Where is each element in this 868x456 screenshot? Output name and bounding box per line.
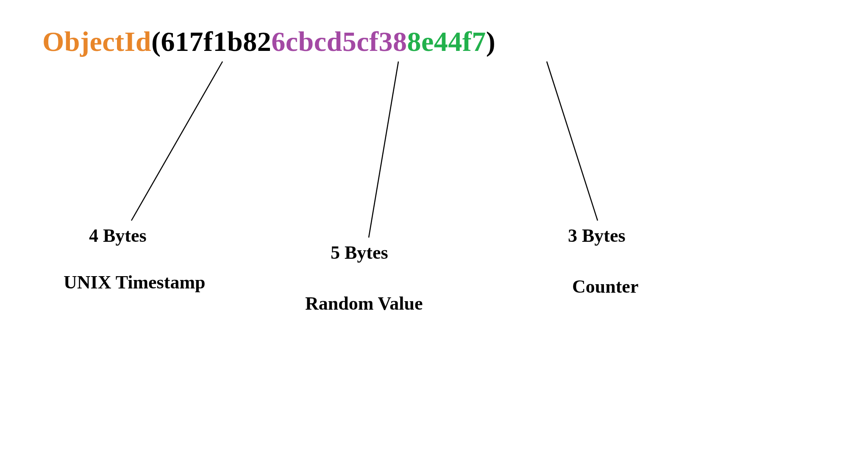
connector-counter	[547, 62, 598, 221]
objectid-string: ObjectId(617f1b826cbcd5cf388e44f7)	[42, 25, 495, 58]
timestamp-desc-label: UNIX Timestamp	[64, 271, 206, 293]
counter-bytes-label: 3 Bytes	[568, 225, 626, 246]
paren-open: (	[151, 26, 161, 57]
connector-random	[369, 62, 398, 238]
counter-desc-label: Counter	[572, 276, 638, 297]
objectid-diagram: ObjectId(617f1b826cbcd5cf388e44f7) 4 Byt…	[0, 0, 868, 456]
connector-timestamp	[131, 62, 223, 221]
objectid-random-hex: 6cbcd5cf38	[271, 26, 407, 57]
random-bytes-label: 5 Bytes	[331, 242, 388, 263]
objectid-counter-hex: 8e44f7	[407, 26, 486, 57]
paren-close: )	[486, 26, 495, 57]
objectid-timestamp-hex: 617f1b82	[161, 26, 271, 57]
objectid-prefix: ObjectId	[42, 26, 151, 57]
random-desc-label: Random Value	[305, 293, 423, 314]
timestamp-bytes-label: 4 Bytes	[89, 225, 147, 246]
